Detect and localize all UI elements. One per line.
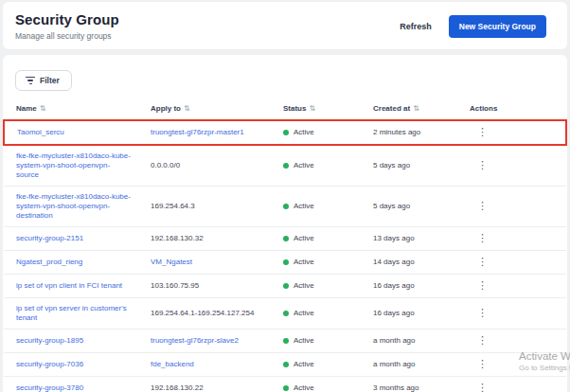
filter-button[interactable]: Filter (15, 70, 72, 91)
security-group-name-link[interactable]: ip set of vpn server in customer's tenan… (16, 304, 127, 322)
active-status-dot (283, 130, 289, 135)
column-header-label: Name (16, 104, 37, 113)
row-actions-kebab-button[interactable]: ⋮ (475, 308, 490, 317)
status-label: Active (294, 336, 314, 346)
column-header-created-at[interactable]: Created at⇅ (361, 98, 457, 120)
security-group-name-link[interactable]: security-group-3780 (16, 383, 83, 392)
page-header-text: Security Group Manage all security group… (15, 11, 119, 41)
status-label: Active (294, 360, 314, 369)
column-header-label: Created at (373, 104, 410, 113)
sort-icon[interactable]: ⇅ (184, 104, 190, 113)
status-label: Active (294, 383, 314, 392)
table-row: ip set of vpn server in customer's tenan… (4, 297, 566, 329)
created-at-value: 5 days ago (373, 161, 410, 169)
active-status-dot (283, 236, 289, 241)
row-actions-kebab-button[interactable]: ⋮ (475, 335, 490, 345)
active-status-dot (283, 204, 289, 209)
page-title: Security Group (15, 11, 119, 27)
security-group-panel: Filter Name⇅Apply to⇅Status⇅Created at⇅A… (3, 55, 567, 392)
page-subtitle: Manage all security groups (15, 31, 119, 41)
status-label: Active (294, 202, 314, 211)
security-group-name-link[interactable]: security-group-1895 (16, 336, 83, 345)
security-group-table: Name⇅Apply to⇅Status⇅Created at⇅Actions … (3, 98, 567, 392)
apply-to-value: 0.0.0.0/0 (151, 161, 180, 169)
security-group-name-link[interactable]: security-group-7036 (16, 360, 83, 368)
active-status-dot (283, 283, 289, 289)
created-at-value: 16 days ago (373, 309, 415, 317)
column-header-status[interactable]: Status⇅ (271, 98, 361, 120)
status-label: Active (294, 258, 314, 267)
status-label: Active (294, 309, 314, 318)
security-group-name-link[interactable]: Ngatest_prod_rieng (16, 258, 82, 266)
table-row: ip set of vpn client in FCI tenant 103.1… (4, 274, 566, 297)
column-header-actions: Actions (457, 98, 566, 120)
column-header-label: Actions (470, 104, 497, 113)
security-group-name-link[interactable]: Taomoi_sercu (17, 128, 64, 136)
sort-icon[interactable]: ⇅ (40, 104, 46, 113)
column-header-apply-to[interactable]: Apply to⇅ (138, 98, 271, 120)
new-security-group-button[interactable]: New Security Group (449, 15, 546, 38)
sort-icon[interactable]: ⇅ (309, 104, 315, 113)
created-at-value: 14 days ago (373, 258, 415, 266)
active-status-dot (283, 385, 289, 391)
table-row: security-group-3780 192.168.130.22 Activ… (4, 376, 566, 392)
table-row: Ngatest_prod_rieng VM_Ngatest Active 14 … (4, 250, 566, 274)
created-at-value: 2 minutes ago (373, 128, 420, 136)
status-label: Active (294, 161, 314, 170)
sort-icon[interactable]: ⇅ (413, 104, 419, 113)
column-header-name[interactable]: Name⇅ (4, 98, 138, 120)
created-at-value: 16 days ago (373, 281, 415, 290)
filter-icon (26, 77, 35, 85)
apply-to-value: 192.168.130.22 (151, 383, 204, 392)
security-group-name-link[interactable]: ip set of vpn client in FCI tenant (16, 281, 122, 290)
created-at-value: a month ago (373, 336, 415, 345)
row-actions-kebab-button[interactable]: ⋮ (475, 257, 490, 266)
created-at-value: 3 months ago (373, 383, 419, 392)
security-group-name-link[interactable]: fke-fke-mycluster-x810daco-kube-system-v… (16, 192, 131, 220)
column-header-label: Apply to (151, 104, 181, 113)
created-at-value: 13 days ago (373, 234, 415, 242)
security-group-name-link[interactable]: security-group-2151 (16, 234, 83, 242)
apply-to-value: 169.254.64.1-169.254.127.254 (151, 309, 254, 317)
table-row: fke-fke-mycluster-x810daco-kube-system-v… (4, 186, 566, 226)
apply-to-link[interactable]: fde_backend (151, 360, 194, 368)
row-actions-kebab-button[interactable]: ⋮ (475, 127, 490, 136)
active-status-dot (283, 259, 289, 265)
apply-to-value: 192.168.130.32 (151, 234, 204, 242)
active-status-dot (283, 163, 289, 169)
table-row: security-group-7036 fde_backend Active a… (4, 352, 566, 376)
header-actions: Refresh New Security Group (400, 15, 552, 38)
status-label: Active (294, 234, 314, 243)
row-actions-kebab-button[interactable]: ⋮ (475, 383, 490, 392)
row-actions-kebab-button[interactable]: ⋮ (475, 280, 490, 290)
table-row: fke-fke-mycluster-x810daco-kube-system-v… (4, 145, 566, 187)
refresh-button[interactable]: Refresh (400, 22, 432, 31)
table-header-row: Name⇅Apply to⇅Status⇅Created at⇅Actions (4, 98, 566, 120)
apply-to-link[interactable]: VM_Ngatest (151, 258, 192, 266)
row-actions-kebab-button[interactable]: ⋮ (475, 359, 490, 368)
apply-to-value: 169.254.64.3 (151, 202, 195, 210)
row-actions-kebab-button[interactable]: ⋮ (475, 160, 490, 169)
apply-to-value: 103.160.75.95 (151, 281, 199, 290)
active-status-dot (283, 362, 289, 367)
status-label: Active (294, 281, 314, 291)
filter-button-label: Filter (40, 76, 60, 85)
apply-to-link[interactable]: truongtest-gl76rzpr-slave2 (151, 336, 239, 345)
row-actions-kebab-button[interactable]: ⋮ (475, 233, 490, 242)
created-at-value: 5 days ago (373, 202, 410, 210)
active-status-dot (283, 338, 289, 344)
table-row: Taomoi_sercu truongtest-gl76rzpr-master1… (4, 120, 566, 145)
apply-to-link[interactable]: truongtest-gl76rzpr-master1 (151, 128, 244, 136)
page-header: Security Group Manage all security group… (3, 2, 567, 49)
column-header-label: Status (283, 104, 306, 113)
active-status-dot (283, 311, 289, 316)
security-group-name-link[interactable]: fke-fke-mycluster-x810daco-kube-system-v… (16, 151, 131, 179)
status-label: Active (294, 128, 314, 137)
table-row: security-group-2151 192.168.130.32 Activ… (4, 226, 566, 250)
row-actions-kebab-button[interactable]: ⋮ (475, 201, 490, 210)
table-row: security-group-1895 truongtest-gl76rzpr-… (4, 329, 566, 352)
created-at-value: a month ago (373, 360, 415, 368)
